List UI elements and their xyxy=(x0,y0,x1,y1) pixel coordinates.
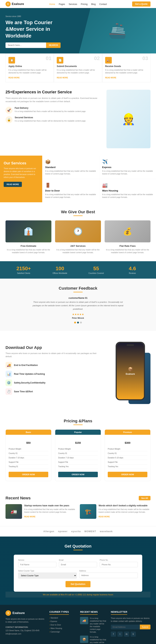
standard-desc: It is a long established fact that any r… xyxy=(45,170,96,175)
exp-image: 👷 xyxy=(106,90,150,148)
step-num-3: 03 xyxy=(142,56,148,61)
feedback-dot-1[interactable] xyxy=(74,322,76,324)
newsletter-desc: There anyone who loves or pursues our de… xyxy=(111,617,150,623)
footer-news-1: 🚚 It is a long established fact that any… xyxy=(80,617,106,634)
step-title-2: Submit Documents xyxy=(57,65,99,68)
news-content-2: Words which don't looked a slightly noti… xyxy=(99,504,150,519)
feedback-dot-3[interactable] xyxy=(80,322,82,324)
quotation-submit-button[interactable]: Get Quotation xyxy=(65,581,91,587)
footer-news-img-2: 📦 xyxy=(80,636,88,643)
feedback-dot-2[interactable] xyxy=(77,322,79,324)
form-courier-select[interactable]: Select Courier Type xyxy=(18,572,77,578)
see-all-button[interactable]: See All xyxy=(139,496,150,500)
news-read-more-2[interactable]: READ MORE xyxy=(99,516,110,518)
quotation-divider xyxy=(73,550,83,550)
warehousing-title: Ware Housing xyxy=(102,189,153,192)
step-title-3: Receive Goods xyxy=(105,65,147,68)
step-icon-1: 📋 xyxy=(9,57,15,64)
price-features-popular: Product Weight Country 01 Duration 7-10 … xyxy=(55,447,101,469)
app-feat-text-2: Real Time Updates &Tracking xyxy=(14,373,45,375)
form-phone-input[interactable] xyxy=(100,562,138,567)
newsletter-submit-button[interactable]: Submit xyxy=(140,624,150,629)
best-img-1: 👔 xyxy=(6,220,51,242)
pricing-title: Pricing &Plans xyxy=(6,419,150,424)
nav-services[interactable]: Services xyxy=(69,3,77,6)
order-now-popular[interactable]: ORDER NOW xyxy=(58,472,98,477)
feedback-divider xyxy=(73,292,83,292)
hero-search-bar: SEARCH xyxy=(6,42,60,48)
step-icon-3: 🚚 xyxy=(105,57,112,64)
twitter-icon[interactable]: t xyxy=(117,632,123,637)
nav-pricing[interactable]: Pricing xyxy=(81,3,88,6)
pf-p-2: Country 01 xyxy=(58,451,98,456)
best-title-1: Free Estimate xyxy=(6,244,51,247)
footer-news-col: RECENT NEWS 🚚 It is a long established f… xyxy=(80,610,106,644)
phone-mockup: 👨‍💼 📦 Exalsure xyxy=(110,338,150,404)
service-express: ✈️ Express It is a long established fact… xyxy=(99,156,156,179)
stat-reviews: 4.6 Reviews xyxy=(114,266,151,274)
fast-delivery-icon: 🚀 xyxy=(6,107,13,114)
footer-courier-heading: COURIER TYPES xyxy=(49,610,69,615)
stat-label-4: Reviews xyxy=(114,272,151,274)
order-now-premium[interactable]: ORDER NOW xyxy=(108,472,147,477)
footer-link-express[interactable]: Express xyxy=(49,620,75,622)
nav-contact[interactable]: Contact xyxy=(99,3,107,6)
stats-bar: 2150+ Satisfied Clients 100 Offices Worl… xyxy=(0,261,156,278)
feat-secured-title: Secured Services xyxy=(15,116,86,119)
form-address-input[interactable] xyxy=(79,572,138,578)
warehousing-desc: It is a long established fact that any r… xyxy=(102,193,153,198)
news-img-1: 🚛 xyxy=(6,504,22,519)
footer-logo-text: Exalsure xyxy=(13,612,25,615)
stat-num-3: 55 xyxy=(78,266,114,272)
quotation-info-text: We are available at Mon-Fri call on +1 (… xyxy=(43,594,113,596)
order-now-basic[interactable]: ORDER NOW xyxy=(9,472,48,477)
step-card-2: 📄 02 Submit Documents It is a long estab… xyxy=(54,54,102,82)
service-warehousing: 🏭 Ware Housing It is a long established … xyxy=(99,179,156,202)
feedback-text: There anyone who loves or pursues our de… xyxy=(32,300,124,311)
facebook-icon[interactable]: f xyxy=(111,632,116,637)
newsletter-email-input[interactable] xyxy=(111,624,140,629)
get-quote-button[interactable]: Get a Quote xyxy=(132,2,150,6)
footer-link-door[interactable]: Door to Door xyxy=(49,624,75,626)
app-feature-2: 📊 Real Time Updates &Tracking xyxy=(6,371,103,377)
step-read-more-3[interactable]: READ MORE xyxy=(105,77,116,79)
form-courier-type-field: Select Courier Type Select Courier Type xyxy=(18,570,77,578)
nav-pages[interactable]: Pages xyxy=(59,3,65,6)
feature-fast-delivery: 🚀 Fast Delivery It is a long established… xyxy=(6,107,101,114)
footer-newsletter-col: NEWSLETTER There anyone who loves or pur… xyxy=(111,610,150,644)
logos-bar: Allergan npower eyucita MOMENT wavebank xyxy=(0,526,156,536)
nav-home[interactable]: Home xyxy=(49,3,55,6)
pf-b-3: Duration 7-10 days xyxy=(9,456,48,460)
news-read-more-1[interactable]: READ MORE xyxy=(24,516,35,518)
step-desc-3: It is a long established fact that a rea… xyxy=(105,69,147,74)
step-desc-1: It is a long established fact that a rea… xyxy=(9,69,51,74)
step-read-more-1[interactable]: READ MORE xyxy=(9,77,20,79)
nav-blog[interactable]: Blog xyxy=(91,3,96,6)
form-address-field: Address xyxy=(79,570,138,578)
stat-offices: 100 Offices Worldwide xyxy=(42,266,78,274)
pf-b-5: Tracking 01 xyxy=(9,464,48,469)
footer-link-standard[interactable]: Standard xyxy=(49,617,75,619)
price-badge-premium: Premium xyxy=(105,430,150,435)
search-button[interactable]: SEARCH xyxy=(46,42,60,48)
services-read-more-button[interactable]: READ MORE xyxy=(4,182,22,187)
instagram-icon[interactable]: in xyxy=(124,632,129,637)
form-email-input[interactable] xyxy=(59,562,97,567)
linkedin-icon[interactable]: li xyxy=(131,632,136,637)
form-service-input[interactable] xyxy=(18,562,56,567)
exp-content: 25+Experiences in Courier Service There … xyxy=(6,90,101,126)
search-input[interactable] xyxy=(6,42,46,48)
app-desc: There anyone who loves or pursues our de… xyxy=(6,352,103,358)
door-to-door-desc: It is a long established fact that any r… xyxy=(45,193,96,198)
footer-link-warehousing[interactable]: Ware Housing xyxy=(49,627,75,629)
footer-link-careonsign[interactable]: Careonsign xyxy=(49,631,75,633)
ship-icon: 🚢 xyxy=(108,22,127,39)
service-standard: 📦 Standard It is a long established fact… xyxy=(42,156,99,179)
step-read-more-2[interactable]: READ MORE xyxy=(57,77,68,79)
feat-fast-text: Fast Delivery It is a long established f… xyxy=(15,107,86,113)
best-title: We Give Our Best xyxy=(6,210,150,214)
news-title-2: Words which don't looked a slightly noti… xyxy=(99,504,150,507)
express-title: Express xyxy=(102,166,153,168)
feat-fast-title: Fast Delivery xyxy=(15,107,86,109)
news-title-1: Startup ventures have made over the year… xyxy=(24,504,76,507)
